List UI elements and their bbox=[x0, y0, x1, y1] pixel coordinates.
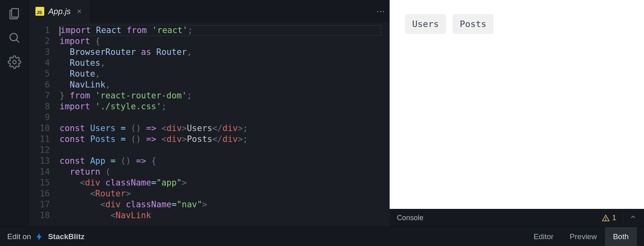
svg-point-3 bbox=[13, 60, 17, 64]
code-line: const Users = () => <div>Users</div>; bbox=[60, 123, 390, 134]
code-line: return ( bbox=[60, 167, 390, 177]
line-gutter: 1 2 3 4 5 6 7 8 9 10 11 12 13 14 15 16 1… bbox=[29, 25, 60, 227]
close-icon[interactable] bbox=[75, 7, 84, 16]
svg-point-1 bbox=[10, 33, 17, 41]
preview-nav: Users Posts bbox=[405, 14, 629, 34]
nav-link-users[interactable]: Users bbox=[405, 14, 446, 34]
code-line: import React from 'react'; bbox=[60, 25, 390, 36]
view-tab-both[interactable]: Both bbox=[605, 227, 637, 246]
view-tab-editor[interactable]: Editor bbox=[526, 227, 562, 246]
svg-point-7 bbox=[605, 219, 606, 220]
code-line: Routes, bbox=[60, 58, 390, 69]
footer-bar: Edit on StackBlitz Editor Preview Both bbox=[0, 227, 644, 246]
search-icon[interactable] bbox=[7, 31, 22, 45]
editor-pane: JS App.js ··· 1 2 3 4 5 6 7 8 9 10 11 bbox=[29, 0, 390, 227]
tab-app-js[interactable]: JS App.js bbox=[29, 0, 89, 23]
code-line: const App = () => { bbox=[60, 156, 390, 167]
console-bar[interactable]: Console 1 bbox=[390, 209, 644, 227]
gear-icon[interactable] bbox=[7, 55, 22, 69]
tab-filename: App.js bbox=[48, 7, 71, 16]
edit-on-label: Edit on bbox=[7, 232, 31, 241]
chevron-up-icon[interactable] bbox=[630, 213, 637, 223]
activity-bar bbox=[0, 0, 29, 227]
code-line: import { bbox=[60, 36, 390, 47]
tab-more-icon[interactable]: ··· bbox=[372, 0, 390, 23]
code-line: } from 'react-router-dom'; bbox=[60, 90, 390, 101]
view-tab-preview[interactable]: Preview bbox=[561, 227, 605, 246]
code-line: <div className="nav"> bbox=[60, 199, 390, 210]
nav-link-posts[interactable]: Posts bbox=[452, 14, 493, 34]
console-warning-count[interactable]: 1 bbox=[602, 214, 616, 222]
svg-line-2 bbox=[17, 40, 19, 43]
tab-bar: JS App.js ··· bbox=[29, 0, 390, 23]
code-line: import './style.css'; bbox=[60, 101, 390, 112]
code-line: const Posts = () => <div>Posts</div>; bbox=[60, 134, 390, 145]
code-line bbox=[60, 145, 390, 156]
js-badge-icon: JS bbox=[35, 7, 44, 16]
edit-on-stackblitz[interactable]: Edit on StackBlitz bbox=[7, 232, 85, 241]
view-mode-tabs: Editor Preview Both bbox=[526, 227, 637, 246]
code-editor[interactable]: 1 2 3 4 5 6 7 8 9 10 11 12 13 14 15 16 1… bbox=[29, 23, 390, 227]
code-line: <NavLink bbox=[60, 210, 390, 221]
code-line: BrowserRouter as Router, bbox=[60, 47, 390, 58]
files-icon[interactable] bbox=[7, 6, 22, 21]
code-line bbox=[60, 112, 390, 123]
console-label: Console bbox=[397, 214, 602, 222]
warning-icon bbox=[602, 214, 610, 222]
code-line: NavLink, bbox=[60, 79, 390, 90]
preview-pane: Users Posts Console 1 bbox=[390, 0, 644, 227]
code-content[interactable]: import React from 'react'; import { Brow… bbox=[60, 25, 390, 227]
code-line: <div className="app"> bbox=[60, 177, 390, 188]
code-line: Route, bbox=[60, 69, 390, 79]
brand-label: StackBlitz bbox=[48, 232, 85, 241]
code-line: <Router> bbox=[60, 188, 390, 199]
svg-rect-0 bbox=[12, 8, 19, 17]
bolt-icon bbox=[35, 232, 44, 241]
preview-body: Users Posts bbox=[390, 0, 644, 209]
